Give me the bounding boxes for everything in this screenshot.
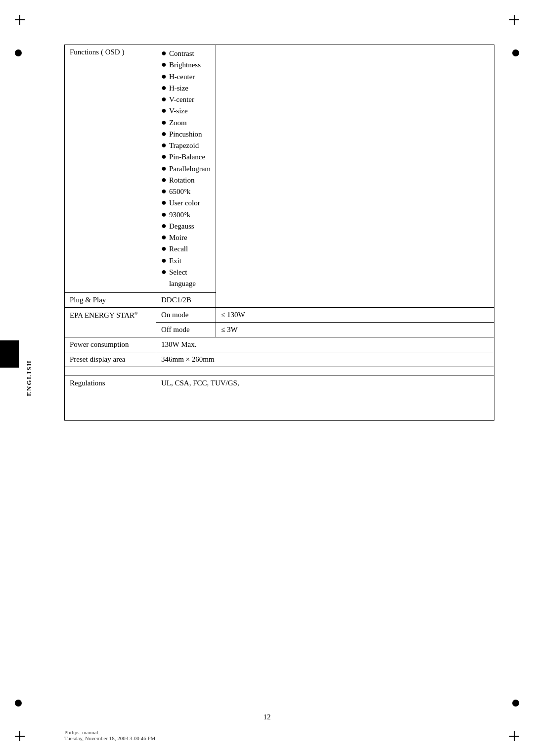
bullet-pinbalance: ● Pin-Balance [161,151,211,163]
bullet-dot: ● [161,83,167,92]
table-row-regulations: Regulations UL, CSA, FCC, TUV/GS, [65,376,494,421]
on-mode-label: On mode [156,308,216,323]
english-tab [0,340,19,368]
bullet-dot: ● [161,106,167,115]
bullet-dot: ● [161,198,167,207]
corner-mark-tr [509,15,519,25]
corner-mark-bl [15,731,25,741]
off-mode-label: Off mode [156,323,216,337]
circle-mark-tl [15,49,22,56]
bullet-dot: ● [161,72,167,81]
bullet-dot: ● [161,164,167,173]
bullet-usercolor: ● User color [161,197,211,209]
on-mode-value: ≤ 130W [216,308,494,323]
bullet-select-language: ● Select language [161,267,211,290]
bullet-exit: ● Exit [161,255,211,267]
bullet-dot: ● [161,141,167,149]
footer-date: Tuesday, November 18, 2003 3:00:46 PM [64,735,155,741]
power-value: 130W Max. [156,337,494,352]
bullet-dot: ● [161,244,167,253]
bullet-vsize: ● V-size [161,105,211,117]
preset-value: 346mm × 260mm [156,352,494,367]
sidebar-label: ENGLISH [25,360,33,396]
bullet-brightness: ● Brightness [161,59,211,71]
functions-osd-value: ● Contrast ● Brightness ● H-center ● H-s… [156,45,216,293]
page-number: 12 [264,713,271,721]
bullet-dot: ● [161,175,167,184]
regulations-label: Regulations [65,376,156,421]
bullet-dot: ● [161,210,167,219]
bullet-dot: ● [161,60,167,69]
circle-mark-tr [512,49,519,56]
table-row-power: Power consumption 130W Max. [65,337,494,352]
bullet-6500k: ● 6500°k [161,186,211,197]
footer: Philips_manual_ Tuesday, November 18, 20… [64,729,155,741]
registered-mark: ® [134,311,138,316]
corner-mark-br [509,731,519,741]
bullet-trapezoid: ● Trapezoid [161,140,211,151]
bullet-degauss: ● Degauss [161,221,211,232]
table-row-spacer [65,367,494,376]
footer-filename: Philips_manual_ [64,729,155,735]
table-row-plug-play: Plug & Play DDC1/2B [65,293,494,308]
bullet-dot: ● [161,48,167,57]
bullet-9300k: ● 9300°k [161,209,211,221]
bullet-dot: ● [161,152,167,161]
bullet-moire: ● Moire [161,232,211,243]
bullet-hsize: ● H-size [161,83,211,94]
power-label: Power consumption [65,337,156,352]
table-row-functions-osd: Functions ( OSD ) ● Contrast ● Brightnes… [65,45,494,293]
bullet-dot: ● [161,129,167,138]
off-mode-value: ≤ 3W [216,323,494,337]
bullet-recall: ● Recall [161,243,211,255]
epa-label: EPA ENERGY STAR® [65,308,156,337]
plug-play-label: Plug & Play [65,293,156,308]
bullet-dot: ● [161,256,167,265]
table-row-epa-on: EPA ENERGY STAR® On mode ≤ 130W [65,308,494,323]
bullet-dot: ● [161,221,167,230]
bullet-pincushion: ● Pincushion [161,129,211,140]
main-content: Functions ( OSD ) ● Contrast ● Brightnes… [64,45,494,697]
spec-table: Functions ( OSD ) ● Contrast ● Brightnes… [64,45,494,421]
functions-osd-label: Functions ( OSD ) [65,45,156,293]
preset-label: Preset display area [65,352,156,367]
bullet-parallelogram: ● Parallelogram [161,163,211,175]
table-row-preset: Preset display area 346mm × 260mm [65,352,494,367]
bullet-vcenter: ● V-center [161,94,211,105]
corner-mark-tl [15,15,25,25]
bullet-dot: ● [161,267,167,276]
bullet-dot: ● [161,233,167,241]
bullet-hcenter: ● H-center [161,71,211,83]
bullet-dot: ● [161,187,167,195]
bullet-rotation: ● Rotation [161,175,211,186]
bullet-zoom: ● Zoom [161,117,211,129]
bullet-dot: ● [161,94,167,103]
bullet-contrast: ● Contrast [161,48,211,59]
circle-mark-br [512,700,519,707]
plug-play-value: DDC1/2B [156,293,216,308]
regulations-value: UL, CSA, FCC, TUV/GS, [156,376,494,421]
bullet-dot: ● [161,118,167,127]
circle-mark-bl [15,700,22,707]
